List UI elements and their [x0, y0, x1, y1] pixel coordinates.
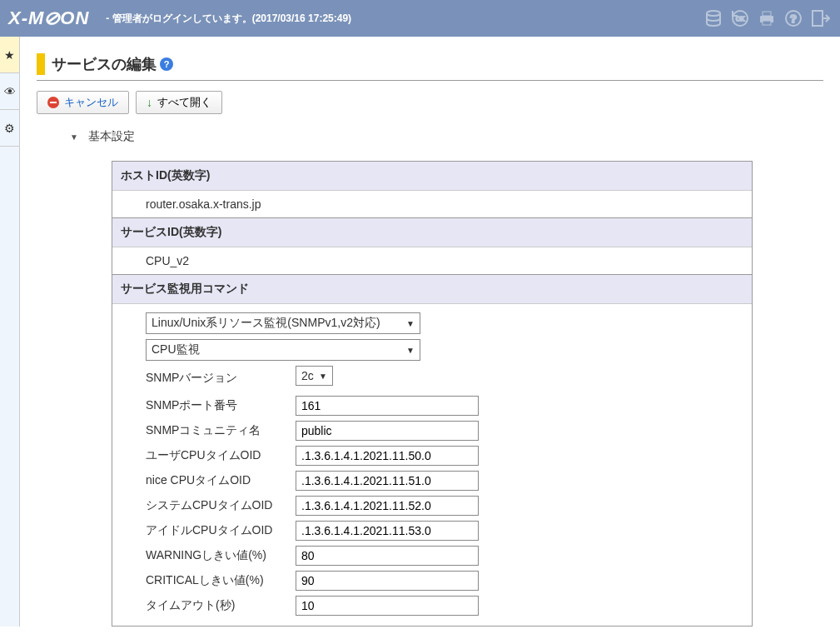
- page-help-icon[interactable]: ?: [160, 57, 173, 71]
- caret-down-icon: ▼: [406, 319, 415, 328]
- timeout-input[interactable]: [296, 596, 479, 616]
- title-accent-bar: [37, 53, 45, 75]
- refresh-ok-icon[interactable]: OK: [728, 7, 752, 30]
- database-icon[interactable]: [702, 7, 725, 30]
- snmp-community-label: SNMPコミュニティ名: [146, 423, 296, 438]
- snmp-version-label: SNMPバージョン: [146, 371, 296, 386]
- app-header: X-M⊘ON - 管理者がログインしています。(2017/03/16 17:25…: [0, 0, 840, 37]
- warning-threshold-label: WARNINGしきい値(%): [146, 548, 296, 563]
- service-id-value: CPU_v2: [112, 247, 752, 274]
- idle-cpu-oid-label: アイドルCPUタイムOID: [146, 523, 296, 538]
- expand-all-label: すべて開く: [157, 95, 211, 110]
- host-id-label: ホストID(英数字): [112, 162, 752, 191]
- host-id-value: router.osaka.x-trans.jp: [112, 191, 752, 217]
- cancel-button[interactable]: キャンセル: [37, 91, 129, 114]
- side-tab-gear[interactable]: ⚙: [0, 110, 19, 147]
- command-category-value: Linux/Unix系リソース監視(SNMPv1,v2対応): [152, 316, 380, 331]
- snmp-port-input[interactable]: [296, 396, 479, 416]
- section-basic-header[interactable]: ▼ 基本設定: [70, 129, 823, 144]
- caret-down-icon: ▼: [406, 346, 415, 355]
- service-id-label: サービスID(英数字): [112, 218, 752, 247]
- nice-cpu-oid-input[interactable]: [296, 471, 479, 491]
- caret-down-icon: ▼: [319, 372, 327, 381]
- command-type-select[interactable]: CPU監視 ▼: [146, 339, 420, 361]
- side-tabs: ★ 👁 ⚙: [0, 37, 20, 627]
- expand-all-button[interactable]: ↓ すべて開く: [136, 91, 222, 114]
- toolbar: キャンセル ↓ すべて開く: [37, 91, 823, 114]
- logout-icon[interactable]: [808, 7, 832, 30]
- expand-down-icon: ↓: [147, 96, 152, 109]
- logo: X-M⊘ON: [8, 7, 89, 29]
- command-type-value: CPU監視: [152, 342, 200, 357]
- svg-point-0: [707, 11, 720, 16]
- header-toolbar: OK ?: [702, 7, 832, 30]
- snmp-version-select[interactable]: 2c ▼: [296, 366, 333, 386]
- command-category-select[interactable]: Linux/Unix系リソース監視(SNMPv1,v2対応) ▼: [146, 312, 420, 334]
- svg-text:OK: OK: [736, 16, 744, 22]
- system-cpu-oid-label: システムCPUタイムOID: [146, 498, 296, 513]
- warning-threshold-input[interactable]: [296, 546, 479, 566]
- svg-text:?: ?: [790, 12, 797, 25]
- critical-threshold-label: CRITICALしきい値(%): [146, 573, 296, 588]
- page-title: サービスの編集: [52, 54, 157, 74]
- command-label: サービス監視用コマンド: [112, 275, 752, 304]
- cancel-icon: [47, 97, 59, 108]
- eye-icon: 👁: [4, 85, 16, 98]
- snmp-community-input[interactable]: [296, 421, 479, 441]
- snmp-port-label: SNMPポート番号: [146, 398, 296, 413]
- gear-icon: ⚙: [4, 122, 15, 135]
- side-tab-star[interactable]: ★: [0, 37, 19, 73]
- snmp-version-value: 2c: [301, 369, 314, 382]
- system-cpu-oid-input[interactable]: [296, 496, 479, 516]
- side-tab-eye[interactable]: 👁: [0, 73, 19, 110]
- login-info: - 管理者がログインしています。(2017/03/16 17:25:49): [106, 12, 351, 26]
- critical-threshold-input[interactable]: [296, 571, 479, 591]
- print-icon[interactable]: [755, 7, 778, 30]
- idle-cpu-oid-input[interactable]: [296, 521, 479, 541]
- svg-rect-4: [763, 12, 771, 16]
- svg-rect-8: [813, 11, 823, 26]
- star-icon: ★: [4, 48, 15, 62]
- help-icon[interactable]: ?: [782, 7, 805, 30]
- svg-rect-5: [763, 21, 771, 25]
- page-title-row: サービスの編集 ?: [37, 53, 823, 81]
- timeout-label: タイムアウト(秒): [146, 598, 296, 613]
- form-table: ホストID(英数字) router.osaka.x-trans.jp サービスI…: [112, 161, 753, 627]
- user-cpu-oid-label: ユーザCPUタイムOID: [146, 448, 296, 463]
- cancel-button-label: キャンセル: [64, 95, 118, 110]
- nice-cpu-oid-label: nice CPUタイムOID: [146, 473, 296, 488]
- section-basic-title: 基本設定: [88, 129, 135, 144]
- collapse-triangle-icon: ▼: [70, 132, 78, 142]
- user-cpu-oid-input[interactable]: [296, 446, 479, 466]
